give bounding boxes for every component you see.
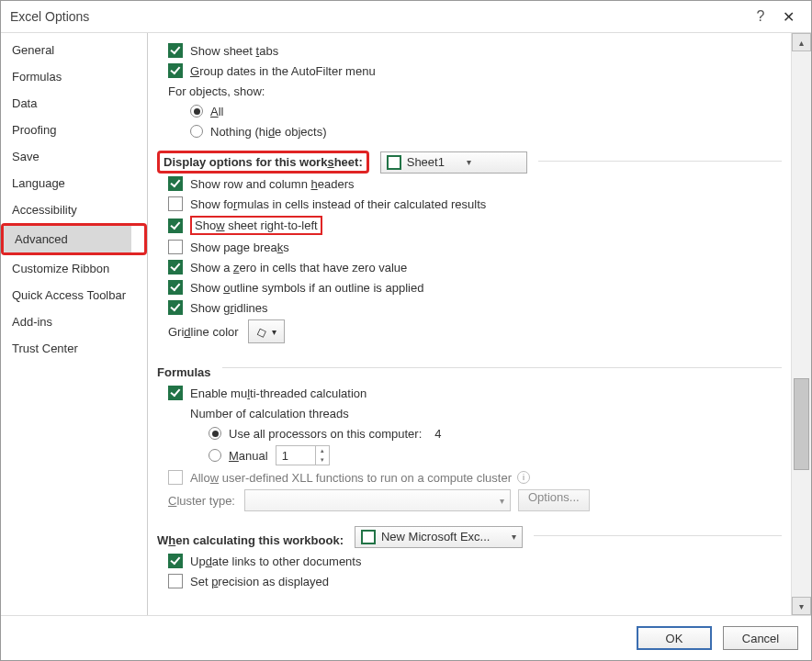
workbook-selector[interactable]: New Microsoft Exc... ▾ [355,526,523,548]
dialog-footer: OK Cancel [1,616,811,660]
content-pane: Show sheet tabs Group dates in the AutoF… [148,33,811,615]
row-precision: Set precision as displayed [157,571,782,591]
paint-bucket-icon: ◇ [254,323,268,341]
sidebar-item-accessibility[interactable]: Accessibility [1,196,147,223]
label-zero: Show a zero in cells that have zero valu… [190,261,407,274]
checkbox-precision[interactable] [168,574,183,588]
chevron-down-icon: ▾ [500,496,504,506]
row-outline: Show outline symbols if an outline is ap… [157,277,782,297]
highlight-rtl: Show sheet right-to-left [190,216,322,235]
checkbox-row-col-headers[interactable] [168,176,183,191]
row-multithread: Enable multi-threaded calculation [157,383,782,403]
sidebar-item-trust-center[interactable]: Trust Center [1,335,147,362]
divider [534,535,782,536]
radio-manual[interactable] [209,449,221,462]
row-all: All [157,101,782,121]
cluster-options-button: Options... [518,489,590,511]
vertical-scrollbar[interactable]: ▴ ▾ [791,33,811,615]
scroll-area: Show sheet tabs Group dates in the AutoF… [148,33,791,615]
scroll-up-button[interactable]: ▴ [792,33,811,51]
chevron-down-icon: ▾ [512,532,516,542]
info-icon[interactable]: i [517,471,530,484]
row-rtl: Show sheet right-to-left [157,214,782,237]
spinner-buttons[interactable]: ▴▾ [315,446,329,465]
label-use-all: Use all processors on this computer: [229,427,422,441]
sidebar-item-general[interactable]: General [1,37,147,63]
manual-threads-spinner[interactable]: 1 ▴▾ [276,445,330,465]
checkbox-show-formulas[interactable] [168,196,183,211]
label-gridline-color: Gridline color [168,325,239,339]
radio-all[interactable] [190,105,203,118]
label-outline: Show outline symbols if an outline is ap… [190,281,423,295]
dialog-title: Excel Options [10,9,747,24]
row-group-dates: Group dates in the AutoFilter menu [157,61,782,81]
checkbox-update-links[interactable] [168,554,183,568]
sidebar-item-quick-access[interactable]: Quick Access Toolbar [1,282,147,308]
sidebar-item-formulas[interactable]: Formulas [1,63,147,90]
sidebar-item-language[interactable]: Language [1,170,147,196]
help-icon[interactable]: ? [747,8,774,25]
close-icon[interactable]: ✕ [774,8,802,26]
label-threads: Number of calculation threads [190,407,349,420]
row-threads-label: Number of calculation threads [157,403,782,423]
checkbox-outline[interactable] [168,280,183,295]
sidebar-item-addins[interactable]: Add-ins [1,308,147,335]
checkbox-zero[interactable] [168,260,183,274]
row-manual: Manual 1 ▴▾ [157,443,782,467]
checkbox-show-sheet-tabs[interactable] [168,43,183,58]
sheet-icon [387,155,401,170]
radio-nothing[interactable] [190,125,203,138]
sidebar-item-save[interactable]: Save [1,143,147,170]
gridline-color-picker[interactable]: ◇ ▾ [248,319,285,343]
row-gridlines: Show gridlines [157,297,782,318]
dialog-body: General Formulas Data Proofing Save Lang… [1,32,811,616]
checkbox-page-breaks[interactable] [168,240,183,254]
radio-use-all[interactable] [209,427,221,440]
row-show-sheet-tabs: Show sheet tabs [157,40,782,61]
label-multithread: Enable multi-threaded calculation [190,387,367,400]
checkbox-xll [168,470,183,485]
scroll-down-button[interactable]: ▾ [792,597,811,615]
checkbox-multithread[interactable] [168,386,183,400]
row-update-links: Update links to other documents [157,551,782,571]
label-nothing: Nothing (hide objects) [210,125,326,139]
manual-value: 1 [276,449,315,463]
section-calc: When calculating this workbook: New Micr… [157,522,782,551]
divider [222,367,782,368]
label-xll: Allow user-defined XLL functions to run … [190,471,512,485]
row-xll: Allow user-defined XLL functions to run … [157,467,782,487]
sidebar-item-customize-ribbon[interactable]: Customize Ribbon [1,255,147,282]
cancel-button[interactable]: Cancel [723,626,798,650]
highlight-advanced: Advanced [1,223,147,255]
formulas-header: Formulas [157,358,211,383]
row-objects-label: For objects, show: [157,81,782,101]
scroll-track[interactable] [792,51,811,597]
section-formulas: Formulas [157,354,782,383]
titlebar: Excel Options ? ✕ [1,1,811,32]
row-cluster-type: Cluster type: ▾ Options... [157,487,782,513]
row-use-all: Use all processors on this computer: 4 [157,423,782,443]
checkbox-gridlines[interactable] [168,300,183,315]
label-show-sheet-tabs: Show sheet tabs [190,44,278,58]
label-all: All [210,105,223,118]
display-worksheet-header: Display options for this worksheet: [164,148,363,173]
calc-header: When calculating this workbook: [157,526,344,551]
label-cluster-type: Cluster type: [168,494,235,508]
use-all-value: 4 [434,427,441,441]
row-zero: Show a zero in cells that have zero valu… [157,257,782,277]
chevron-down-icon: ▾ [467,157,471,167]
sidebar-item-proofing[interactable]: Proofing [1,117,147,143]
row-row-col-headers: Show row and column headers [157,174,782,194]
sidebar-item-advanced[interactable]: Advanced [4,226,131,252]
checkbox-group-dates[interactable] [168,63,183,78]
label-group-dates: Group dates in the AutoFilter menu [190,64,376,78]
worksheet-selector[interactable]: Sheet1 ▾ [380,151,527,174]
sidebar-item-data[interactable]: Data [1,90,147,117]
scroll-thumb[interactable] [794,378,809,470]
label-page-breaks: Show page breaks [190,241,289,254]
label-precision: Set precision as displayed [190,575,329,588]
ok-button[interactable]: OK [637,626,712,650]
checkbox-rtl[interactable] [168,218,183,233]
category-sidebar: General Formulas Data Proofing Save Lang… [1,33,148,615]
label-objects: For objects, show: [168,84,265,98]
